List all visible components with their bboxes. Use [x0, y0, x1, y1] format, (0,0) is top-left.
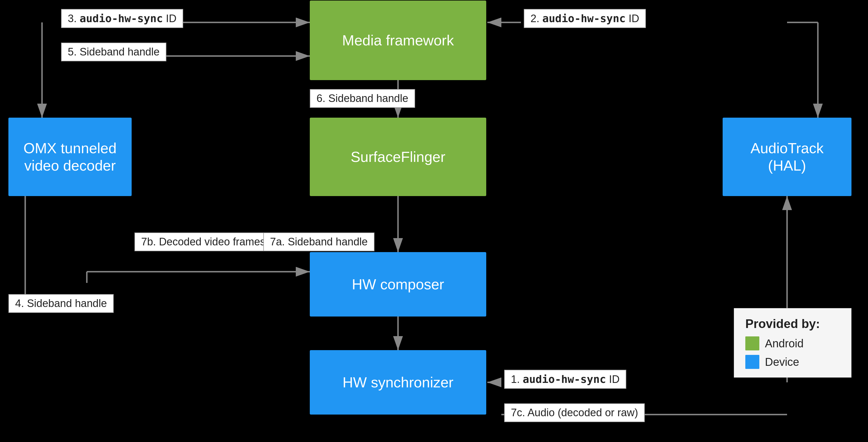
media-framework-block: Media framework	[310, 1, 486, 80]
label-step2: 2. audio-hw-sync ID	[524, 9, 646, 28]
legend-label-android: Android	[765, 337, 804, 350]
legend-swatch-android	[745, 337, 759, 350]
legend-label-device: Device	[765, 356, 799, 368]
surface-flinger-label: SurfaceFlinger	[345, 146, 451, 168]
legend-item-device: Device	[745, 355, 840, 369]
label-step7b: 7b. Decoded video frames	[134, 232, 272, 251]
legend: Provided by: Android Device	[734, 308, 851, 378]
legend-item-android: Android	[745, 337, 840, 350]
label-step7c: 7c. Audio (decoded or raw)	[504, 403, 645, 422]
label-step1: 1. audio-hw-sync ID	[504, 370, 626, 389]
hw-composer-label: HW composer	[346, 273, 450, 296]
media-framework-label: Media framework	[337, 29, 460, 52]
hw-synchronizer-block: HW synchronizer	[310, 350, 486, 415]
legend-swatch-device	[745, 355, 759, 369]
label-step3: 3. audio-hw-sync ID	[61, 9, 183, 28]
omx-decoder-block: OMX tunneledvideo decoder	[8, 118, 132, 196]
surface-flinger-block: SurfaceFlinger	[310, 118, 486, 196]
hw-synchronizer-label: HW synchronizer	[337, 371, 459, 394]
audiotrack-block: AudioTrack(HAL)	[723, 118, 851, 196]
label-step5: 5. Sideband handle	[61, 42, 166, 61]
label-step7a: 7a. Sideband handle	[263, 232, 374, 251]
audiotrack-label: AudioTrack(HAL)	[745, 137, 829, 177]
omx-decoder-label: OMX tunneledvideo decoder	[18, 137, 122, 177]
hw-composer-block: HW composer	[310, 252, 486, 317]
label-step4: 4. Sideband handle	[8, 294, 114, 313]
label-step6: 6. Sideband handle	[310, 89, 415, 108]
legend-title: Provided by:	[745, 317, 840, 331]
